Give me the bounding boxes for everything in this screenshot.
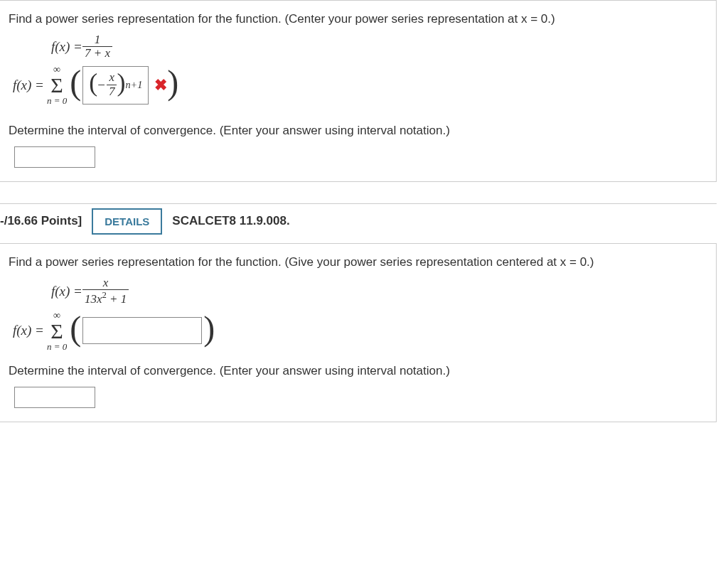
- q2-func-lhs: f(x) =: [51, 284, 82, 299]
- open-paren: (: [70, 69, 81, 100]
- inner-open-paren: (: [89, 73, 97, 97]
- den-part-b: + 1: [107, 292, 127, 306]
- close-paren: ): [167, 69, 178, 100]
- entered-den: 7: [107, 85, 117, 99]
- q2-interval-input[interactable]: [14, 387, 95, 408]
- q1-sigma: ∞ Σ n = 0: [47, 65, 67, 105]
- sigma-symbol: Σ: [50, 321, 63, 342]
- question-1-panel: Find a power series representation for t…: [0, 0, 717, 182]
- sigma-bottom: n = 0: [47, 96, 67, 105]
- q2-prompt: Find a power series representation for t…: [9, 254, 707, 271]
- details-button[interactable]: DETAILS: [92, 208, 162, 235]
- q1-interval-prompt: Determine the interval of convergence. (…: [9, 122, 707, 139]
- q2-answer-lhs: f(x) =: [13, 323, 44, 338]
- q2-sigma: ∞ Σ n = 0: [47, 311, 67, 351]
- q1-prompt: Find a power series representation for t…: [9, 11, 707, 28]
- q2-fraction: x 13x2 + 1: [82, 277, 129, 306]
- q1-function: f(x) = 1 7 + x: [51, 33, 707, 60]
- q1-func-lhs: f(x) =: [51, 39, 82, 55]
- q1-answer-lhs: f(x) =: [13, 77, 44, 93]
- points-label: -/16.66 Points]: [0, 214, 82, 228]
- entered-num: x: [107, 71, 117, 85]
- q2-answer-input[interactable]: [82, 317, 202, 344]
- q1-fraction: 1 7 + x: [82, 33, 112, 60]
- sigma-symbol: Σ: [50, 75, 63, 96]
- question-reference: SCALCET8 11.9.008.: [172, 214, 289, 228]
- question-2-panel: Find a power series representation for t…: [0, 244, 717, 422]
- q1-frac-den: 7 + x: [82, 46, 112, 60]
- den-part-a: 13x: [85, 292, 102, 306]
- entered-fraction: x 7: [107, 71, 117, 98]
- wrong-icon: ✖: [154, 76, 167, 95]
- q2-frac-num: x: [101, 277, 111, 290]
- q1-frac-num: 1: [92, 33, 103, 47]
- q2-function: f(x) = x 13x2 + 1: [51, 277, 707, 306]
- q1-answer-row: f(x) = ∞ Σ n = 0 ( ( − x 7 ) n+1 ✖ ): [13, 65, 707, 105]
- q2-answer-row: f(x) = ∞ Σ n = 0 ( ): [13, 311, 707, 351]
- q2-frac-den: 13x2 + 1: [82, 289, 129, 306]
- q1-interval-input[interactable]: [14, 146, 95, 168]
- q1-answer-input[interactable]: ( − x 7 ) n+1: [82, 66, 149, 105]
- inner-close-paren: ): [117, 73, 125, 97]
- question-header: -/16.66 Points] DETAILS SCALCET8 11.9.00…: [0, 204, 728, 243]
- q2-interval-prompt: Determine the interval of convergence. (…: [9, 363, 707, 380]
- minus-sign: −: [97, 77, 105, 93]
- entered-exponent: n+1: [125, 79, 142, 91]
- close-paren: ): [203, 315, 215, 346]
- open-paren: (: [70, 315, 81, 346]
- sigma-bottom: n = 0: [47, 342, 67, 351]
